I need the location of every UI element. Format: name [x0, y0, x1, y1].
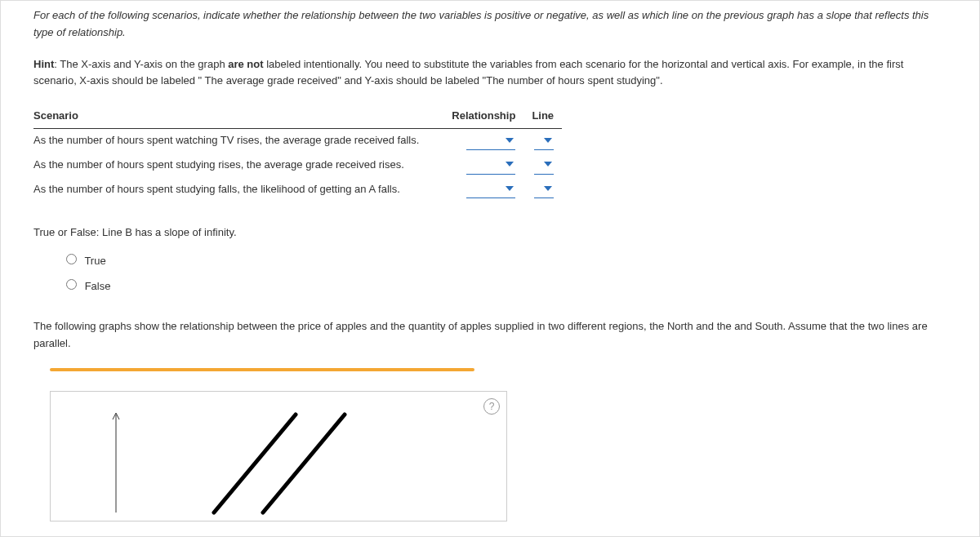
chevron-down-icon	[506, 162, 514, 166]
radio-true[interactable]	[66, 254, 77, 264]
chevron-down-icon	[544, 186, 552, 191]
hint-label: Hint	[33, 58, 54, 70]
relationship-dropdown[interactable]	[466, 132, 515, 150]
tf-option-true[interactable]: True	[66, 253, 947, 270]
col-relationship: Relationship	[443, 104, 523, 128]
graph-container: ?	[50, 368, 507, 521]
tf-true-label: True	[84, 255, 105, 267]
help-icon[interactable]: ?	[483, 398, 500, 415]
chevron-down-icon	[544, 138, 552, 143]
graph-intro-text: The following graphs show the relationsh…	[33, 318, 947, 353]
line-dropdown[interactable]	[534, 132, 554, 150]
chevron-down-icon	[506, 138, 514, 143]
tf-false-label: False	[85, 280, 111, 292]
table-row: As the number of hours spent watching TV…	[33, 128, 562, 153]
supply-graph	[100, 406, 361, 521]
radio-false[interactable]	[66, 279, 77, 290]
hint-part1: : The X-axis and Y-axis on the graph	[54, 58, 228, 70]
graph-divider-bar	[50, 368, 474, 371]
relationship-dropdown[interactable]	[466, 157, 515, 175]
hint-text: Hint: The X-axis and Y-axis on the graph…	[33, 56, 947, 91]
tf-option-false[interactable]: False	[66, 278, 947, 295]
line-dropdown[interactable]	[534, 181, 554, 199]
scenario-table: Scenario Relationship Line As the number…	[33, 104, 562, 202]
scenario-cell: As the number of hours spent watching TV…	[33, 128, 443, 153]
hint-bold: are not	[228, 58, 263, 70]
svg-line-2	[263, 415, 345, 513]
graph-panel: ?	[50, 391, 507, 521]
tf-question: True or False: Line B has a slope of inf…	[33, 224, 947, 242]
svg-line-1	[214, 415, 296, 513]
line-dropdown[interactable]	[534, 157, 554, 175]
table-row: As the number of hours spent studying ri…	[33, 153, 562, 178]
intro-text: For each of the following scenarios, ind…	[33, 7, 947, 42]
chevron-down-icon	[506, 186, 514, 191]
table-row: As the number of hours spent studying fa…	[33, 178, 562, 202]
col-line: Line	[523, 104, 562, 128]
true-false-section: True or False: Line B has a slope of inf…	[33, 224, 947, 295]
scenario-cell: As the number of hours spent studying ri…	[33, 153, 443, 178]
col-scenario: Scenario	[33, 104, 443, 128]
relationship-dropdown[interactable]	[466, 181, 515, 199]
scenario-cell: As the number of hours spent studying fa…	[33, 178, 443, 202]
chevron-down-icon	[544, 162, 552, 166]
